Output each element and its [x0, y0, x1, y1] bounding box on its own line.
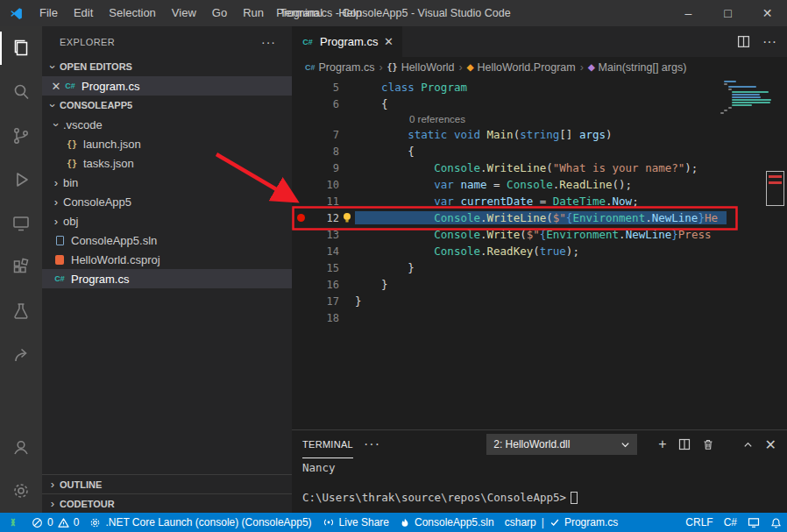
menu-go[interactable]: Go — [204, 0, 235, 26]
token: . — [480, 161, 487, 174]
close-editor-icon[interactable]: ✕ — [49, 80, 63, 93]
tree-item-tasks-json[interactable]: {}tasks.json — [42, 153, 292, 173]
breadcrumb-item-4[interactable]: ◆Main(string[] args) — [588, 61, 686, 74]
breadcrumb-item-2[interactable]: {}HelloWorld — [387, 61, 455, 74]
code-line-18[interactable]: 18 — [292, 309, 787, 326]
close-button[interactable]: ✕ — [748, 0, 787, 26]
language-status[interactable]: csharp | Program.cs — [500, 513, 624, 532]
code-line-17[interactable]: 17} — [292, 293, 787, 309]
notifications-button[interactable] — [765, 513, 787, 532]
codetour-section[interactable]: › CODETOUR — [42, 493, 292, 513]
menu-selection[interactable]: Selection — [101, 0, 163, 26]
debug-launch-config[interactable]: .NET Core Launch (console) (ConsoleApp5) — [84, 513, 316, 532]
tree-item-launch-json[interactable]: {}launch.json — [42, 134, 292, 153]
tab-program-cs[interactable]: C# Program.cs ✕ — [292, 26, 402, 57]
tree-item-consoleapp5[interactable]: ›ConsoleApp5 — [42, 192, 292, 211]
tree-item-bin[interactable]: ›bin — [42, 173, 292, 192]
breadcrumb-item-1[interactable]: C#Program.cs — [305, 61, 374, 74]
tree-item-program-cs[interactable]: C#Program.cs — [42, 269, 292, 288]
remote-indicator[interactable] — [0, 513, 26, 532]
test-explorer-icon[interactable] — [0, 289, 42, 333]
explorer-icon[interactable] — [0, 26, 42, 70]
token: ); — [566, 245, 579, 258]
chevron-down-icon: › — [50, 117, 63, 131]
overview-ruler-viewport — [766, 171, 784, 206]
chevron-right-icon: › — [46, 497, 60, 510]
open-editors-section[interactable]: › OPEN EDITORS — [42, 57, 292, 76]
line-number: 9 — [309, 162, 339, 174]
live-share-button[interactable]: Live Share — [317, 513, 394, 532]
run-debug-icon[interactable] — [0, 158, 42, 202]
chevron-right-icon: › — [46, 478, 60, 491]
code-line-13[interactable]: 13 Console.Write($"{Environment.NewLine}… — [292, 226, 787, 243]
maximize-panel-icon[interactable] — [742, 439, 754, 450]
problems-indicator[interactable]: 0 0 — [26, 513, 84, 532]
breadcrumb-item-3[interactable]: ◆HelloWorld.Program — [467, 61, 576, 74]
language-mode-indicator[interactable]: C# — [719, 513, 742, 532]
accounts-icon[interactable] — [0, 425, 42, 469]
minimize-button[interactable]: – — [669, 0, 708, 26]
tree-item--vscode[interactable]: ›.vscode — [42, 115, 292, 134]
menu-edit[interactable]: Edit — [66, 0, 101, 26]
tree-item-consoleapp5-sln[interactable]: ConsoleApp5.sln — [42, 231, 292, 250]
code-line-8[interactable]: 8 { — [292, 143, 787, 160]
new-terminal-icon[interactable]: + — [658, 436, 666, 452]
breakpoint-gutter[interactable] — [292, 214, 309, 222]
outline-section[interactable]: › OUTLINE — [42, 474, 292, 493]
code-line-12[interactable]: 12 Console.WriteLine($"{Environment.NewL… — [292, 209, 787, 226]
menu-run[interactable]: Run — [235, 0, 272, 26]
close-panel-icon[interactable]: ✕ — [765, 436, 776, 453]
code-line-16[interactable]: 16 } — [292, 276, 787, 293]
workspace-folder-section[interactable]: › CONSOLEAPP5 — [42, 96, 292, 115]
code-line-11[interactable]: 11 var currentDate = DateTime.Now; — [292, 193, 787, 209]
code-line-14[interactable]: 14 Console.ReadKey(true); — [292, 243, 787, 259]
terminal-selector-dropdown[interactable]: 2: HelloWorld.dll — [486, 434, 637, 455]
maximize-button[interactable]: □ — [708, 0, 748, 26]
source-control-icon[interactable] — [0, 114, 42, 158]
code-line-6[interactable]: 6 { — [292, 96, 787, 112]
csharp-file-icon: C# — [301, 38, 315, 46]
tab-terminal[interactable]: TERMINAL — [302, 430, 353, 458]
code-line-10[interactable]: 10 var name = Console.ReadLine(); — [292, 176, 787, 193]
open-editor-item[interactable]: ✕ C# Program.cs — [42, 76, 292, 96]
eol-indicator[interactable]: CRLF — [680, 513, 718, 532]
code-editor[interactable]: 5 class Program6 {0 references7 static v… — [292, 77, 787, 429]
code-line-15[interactable]: 15 } — [292, 259, 787, 276]
terminal-output[interactable]: Nancy C:\Users\thrak\source\repos\Consol… — [292, 458, 787, 513]
code-text: { — [355, 97, 388, 110]
codelens-references[interactable]: 0 references — [292, 112, 787, 126]
code-text: class Program — [355, 81, 467, 94]
tree-item-helloworld-csproj[interactable]: HelloWorld.csproj — [42, 250, 292, 269]
json-file-icon: {} — [65, 159, 79, 168]
explorer-more-actions-icon[interactable]: ··· — [261, 35, 276, 49]
bell-icon — [770, 517, 782, 528]
menu-file[interactable]: File — [32, 0, 66, 26]
breakpoint-icon[interactable] — [297, 214, 305, 222]
tree-item-label: Program.cs — [71, 273, 129, 286]
code-text: { — [355, 145, 415, 158]
minimap[interactable] — [720, 81, 773, 115]
kill-terminal-icon[interactable] — [702, 438, 714, 450]
editor-more-actions-icon[interactable]: ··· — [762, 34, 776, 50]
menu-view[interactable]: View — [164, 0, 204, 26]
code-line-5[interactable]: 5 class Program — [292, 79, 787, 96]
code-line-9[interactable]: 9 Console.WriteLine("What is your name?"… — [292, 160, 787, 176]
feedback-button[interactable] — [742, 513, 765, 532]
remote-explorer-icon[interactable] — [0, 202, 42, 245]
panel-more-actions-icon[interactable]: ··· — [364, 436, 380, 452]
omnisharp-project[interactable]: ConsoleApp5.sln — [394, 513, 500, 532]
tab-close-icon[interactable]: ✕ — [383, 35, 394, 48]
minimap-line — [732, 99, 771, 101]
chevron-down-icon: › — [46, 60, 60, 74]
live-share-icon[interactable] — [0, 333, 42, 377]
tree-item-obj[interactable]: ›obj — [42, 211, 292, 231]
settings-gear-icon[interactable] — [0, 469, 42, 513]
token: (); — [613, 178, 633, 191]
extensions-icon[interactable] — [0, 245, 42, 289]
split-terminal-icon[interactable] — [678, 438, 691, 450]
search-icon[interactable] — [0, 70, 42, 114]
token — [355, 161, 434, 174]
code-line-7[interactable]: 7 static void Main(string[] args) — [292, 126, 787, 143]
lightbulb-icon[interactable] — [342, 212, 352, 223]
split-editor-icon[interactable] — [737, 35, 750, 48]
